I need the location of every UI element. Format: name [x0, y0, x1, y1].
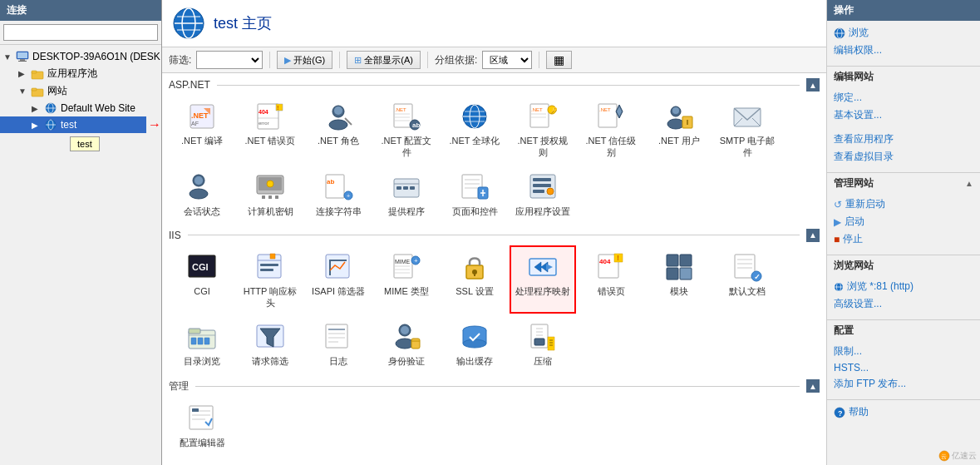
- svg-text:+: +: [414, 257, 418, 265]
- help-icon: ?: [834, 407, 845, 418]
- restart-link[interactable]: ↺ 重新启动: [834, 195, 973, 213]
- icon-connstr[interactable]: ab + 连接字符串: [305, 166, 372, 222]
- icon-pagecontrol[interactable]: 页面和控件: [441, 166, 508, 222]
- tree-arrow: ▼: [18, 87, 30, 96]
- icon-default-doc[interactable]: ✓ 默认文档: [714, 245, 781, 314]
- tree-item-sites[interactable]: ▼ 网站: [0, 82, 161, 100]
- ftp-link[interactable]: 添加 FTP 发布...: [834, 375, 973, 393]
- icon-smtp[interactable]: SMTP 电子邮件: [714, 95, 781, 164]
- tree-arrow: ▼: [3, 52, 15, 62]
- icon-net-compile[interactable]: .NET AF .NET 编译: [169, 95, 235, 164]
- sidebar-search-input[interactable]: [3, 24, 158, 41]
- start-btn[interactable]: ▶ 开始(G): [277, 51, 332, 69]
- tree-arrow-test: ▶: [32, 121, 43, 130]
- advanced-link[interactable]: 高级设置...: [834, 295, 973, 313]
- icon-net-user[interactable]: .NET 用户: [646, 95, 712, 164]
- browse-links: 浏览 编辑权限...: [827, 21, 980, 62]
- section-collapse-iis[interactable]: ▲: [806, 229, 820, 242]
- icon-net-config[interactable]: .NET ab .NET 配置文件: [373, 95, 440, 164]
- tree-arrow: ▶: [32, 104, 43, 113]
- icon-session[interactable]: 会话状态: [169, 166, 235, 222]
- section-collapse-manage[interactable]: ▲: [806, 379, 820, 393]
- browse-81-link[interactable]: 浏览 *:81 (http): [834, 278, 973, 295]
- sidebar-tree: ▼ DESKTOP-39A6O1N (DESK ▶ 应用程序池 ▼ 网站 ▶: [0, 45, 161, 465]
- svg-text:!: !: [617, 254, 619, 262]
- icon-mime[interactable]: MIME + MIME 类型: [373, 245, 440, 314]
- help-link[interactable]: ? 帮助: [834, 403, 973, 421]
- tree-item-test[interactable]: ▶ test: [0, 116, 146, 133]
- icon-provider[interactable]: 提供程序: [373, 166, 440, 222]
- icon-label-connstr: 连接字符串: [316, 205, 362, 217]
- tree-item-apppool[interactable]: ▶ 应用程序池: [0, 65, 161, 82]
- icon-net-global[interactable]: .NET 全球化: [441, 95, 508, 164]
- right-panel-header: 操作: [827, 0, 980, 21]
- svg-rect-5: [32, 71, 37, 73]
- svg-text:✓: ✓: [754, 273, 761, 281]
- icon-dirbrowse[interactable]: 目录浏览: [169, 315, 235, 372]
- tree-label-apppool: 应用程序池: [47, 67, 97, 81]
- tree-item-defaultweb[interactable]: ▶ Default Web Site: [0, 100, 161, 116]
- filter-select[interactable]: [196, 51, 263, 69]
- edit-site-links: 绑定... 基本设置...: [827, 86, 980, 127]
- stop-link[interactable]: ■ 停止: [834, 230, 973, 248]
- icon-logging[interactable]: 日志: [305, 315, 372, 372]
- view-app-label: 查看应用程序: [834, 132, 894, 146]
- svg-rect-80: [410, 186, 415, 190]
- help-label: 帮助: [849, 405, 869, 419]
- basic-settings-link[interactable]: 基本设置...: [834, 106, 973, 124]
- icon-appsettings[interactable]: 应用程序设置: [510, 166, 576, 222]
- icon-ssl[interactable]: SSL 设置: [441, 245, 508, 314]
- icon-net-auth[interactable]: .NET 🔑 .NET 授权规则: [510, 95, 576, 164]
- main-content: test 主页 筛选: ▶ 开始(G) ⊞ 全部显示(A) 分组依据: 区域 ▦…: [162, 0, 826, 465]
- edit-perms-link[interactable]: 编辑权限...: [834, 42, 973, 59]
- icon-net-trust[interactable]: .NET .NET 信任级别: [578, 95, 644, 164]
- toolbar: 筛选: ▶ 开始(G) ⊞ 全部显示(A) 分组依据: 区域 ▦: [162, 47, 826, 73]
- browse-link[interactable]: 浏览: [834, 24, 973, 42]
- svg-point-71: [267, 181, 273, 187]
- start-link[interactable]: ▶ 启动: [834, 213, 973, 230]
- icon-label-error-pages: 错误页: [598, 285, 625, 297]
- icon-error-pages[interactable]: 404 ! 错误页: [578, 245, 644, 314]
- section-collapse-aspnet[interactable]: ▲: [806, 78, 820, 92]
- view-app-link[interactable]: 查看应用程序: [834, 131, 973, 148]
- svg-text:CGI: CGI: [192, 262, 209, 272]
- icon-modules[interactable]: 模块: [646, 245, 712, 314]
- svg-rect-122: [667, 268, 678, 279]
- net-auth-icon: .NET 🔑: [528, 101, 558, 131]
- view-btn[interactable]: ▦: [546, 51, 572, 69]
- sidebar-header: 连接: [0, 0, 161, 21]
- icon-machinekey[interactable]: 计算机密钥: [237, 166, 303, 222]
- icon-auth[interactable]: 身份验证: [373, 315, 440, 372]
- stop-icon: ■: [834, 234, 840, 245]
- svg-rect-90: [533, 184, 551, 187]
- icon-configeditor[interactable]: 配置编辑器: [169, 397, 235, 453]
- ftp-label: 添加 FTP 发布...: [834, 377, 906, 391]
- view-vdir-link[interactable]: 查看虚拟目录: [834, 148, 973, 166]
- svg-point-30: [329, 120, 347, 130]
- tree-item-desktop[interactable]: ▼ DESKTOP-39A6O1N (DESK: [0, 48, 161, 65]
- hsts-link[interactable]: HSTS...: [834, 360, 973, 375]
- icon-net-role[interactable]: .NET 角色: [305, 95, 372, 164]
- icon-compress[interactable]: 压缩: [510, 315, 576, 372]
- icon-outputcache[interactable]: 输出缓存: [441, 315, 508, 372]
- main-title: test 主页: [214, 13, 272, 33]
- show-all-btn[interactable]: ⊞ 全部显示(A): [347, 51, 421, 69]
- svg-rect-138: [326, 324, 347, 348]
- group-label: 分组依据:: [435, 53, 477, 67]
- watermark-text: 亿速云: [952, 450, 977, 462]
- manage-site-collapse[interactable]: ▲: [965, 179, 973, 188]
- main-header-icon: [172, 7, 205, 40]
- limit-link[interactable]: 限制...: [834, 343, 973, 360]
- net-global-icon: [460, 101, 490, 131]
- icon-reqfilter[interactable]: 请求筛选: [237, 315, 303, 372]
- restart-label: 重新启动: [845, 197, 885, 211]
- icon-cgi[interactable]: CGI CGI: [169, 245, 235, 314]
- icon-handler[interactable]: 处理程序映射: [510, 245, 576, 314]
- bind-link[interactable]: 绑定...: [834, 89, 973, 106]
- icon-net-error[interactable]: 404 error ! .NET 错误页: [237, 95, 303, 164]
- toolbar-sep3: [427, 52, 428, 68]
- icon-label-configeditor: 配置编辑器: [180, 437, 225, 448]
- group-select[interactable]: 区域: [482, 51, 532, 69]
- icon-isapi[interactable]: ISAPI 筛选器: [305, 245, 372, 314]
- icon-http-response[interactable]: HTTP 响应标头: [237, 245, 303, 314]
